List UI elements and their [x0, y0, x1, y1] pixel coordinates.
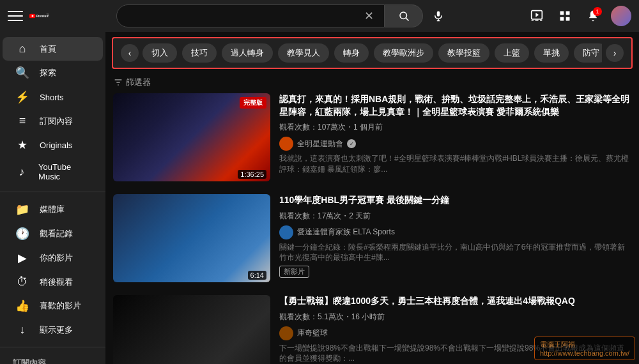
filter-chip[interactable]: 教學歐洲步: [374, 43, 433, 63]
video-item[interactable]: 完整版 1:36:25 認真打，來真的！採用NBA規則，戰術、拚勁、垃圾話完整奉…: [113, 93, 631, 181]
filter-chips: 切入技巧過人轉身教學見人轉身教學歐洲步教學投籃上籃單挑防守規則運球Crossov…: [142, 43, 602, 63]
sidebar-item-subscriptions[interactable]: ≡ 訂閱內容: [3, 109, 103, 133]
explore-icon: 🔍: [15, 66, 29, 80]
sidebar-item-history[interactable]: 🕐 觀看記錄: [3, 222, 103, 246]
header-right: 1: [527, 6, 631, 26]
video-description: 關鍵一分鐘全紀錄：陵長#張榮程兩度關鍵追平比分，南山高中仍與給了6年的冠軍推背而…: [279, 242, 631, 264]
notifications-button[interactable]: 1: [583, 6, 603, 26]
sidebar-divider-2: [0, 347, 105, 347]
sidebar-item-home-label: 首頁: [40, 43, 56, 55]
originals-icon: ★: [15, 138, 29, 152]
mic-button[interactable]: [428, 6, 449, 26]
filter-icon: [113, 77, 123, 87]
upload-button[interactable]: [527, 6, 547, 26]
sidebar-item-explore[interactable]: 🔍 探索: [3, 61, 103, 85]
video-info: 110學年度HBL男子冠軍賽 最後關鍵一分鐘 觀看次數：17萬次・2 天前 愛達…: [279, 194, 631, 282]
thumb-overlay: 完整版 1:36:25: [113, 93, 270, 181]
watermark-line2: http://www.techbang.com.tw/: [540, 349, 629, 357]
channel-row: 愛達達體育家族 ELTA Sports: [279, 225, 631, 239]
search-input[interactable]: 籃球: [127, 11, 364, 22]
avatar[interactable]: [611, 6, 631, 26]
video-meta: 觀看次數：17萬次・2 天前: [279, 211, 631, 222]
svg-rect-6: [437, 11, 440, 17]
channel-avatar: [279, 225, 293, 239]
thumb-overlay: 8:10: [113, 295, 270, 364]
filter-chip[interactable]: 防守: [574, 43, 602, 63]
channel-name: 全明星運動會: [297, 139, 343, 149]
svg-rect-12: [566, 11, 570, 15]
subscriptions-icon: ≡: [15, 114, 29, 128]
svg-line-5: [406, 18, 408, 20]
filter-chip[interactable]: 單挑: [534, 43, 569, 63]
notification-badge: 1: [593, 7, 602, 16]
sidebar-item-watch-later[interactable]: ⏱ 稍後觀看: [3, 270, 103, 294]
apps-button[interactable]: [555, 6, 575, 26]
subscriptions-section-title: 訂閱內容: [0, 353, 105, 364]
sidebar-item-shorts-label: Shorts: [40, 93, 64, 102]
sidebar-item-liked-label: 喜歡的影片: [40, 300, 81, 312]
video-list: 完整版 1:36:25 認真打，來真的！採用NBA規則，戰術、拚勁、垃圾話完整奉…: [105, 93, 639, 364]
video-meta: 觀看次數：107萬次・1 個月前: [279, 122, 631, 133]
video-item[interactable]: 6:14 110學年度HBL男子冠軍賽 最後關鍵一分鐘 觀看次數：17萬次・2 …: [113, 194, 631, 282]
filter-row: 篩選器: [105, 74, 639, 93]
filter-label-text: 篩選器: [126, 77, 151, 88]
video-description: 我就說，這表演賽也太刺激了吧！#全明星籃球表演賽#棒棒堂內戰#HBL球員決賽主播…: [279, 153, 631, 175]
watermark-line1: 電腦王阿福: [540, 340, 629, 349]
sidebar-item-originals-label: Originals: [40, 140, 72, 150]
hamburger-menu[interactable]: [8, 8, 23, 24]
filter-toggle[interactable]: 篩選器: [113, 77, 151, 88]
sidebar-item-library[interactable]: 📁 媒體庫: [3, 197, 103, 222]
watch-later-icon: ⏱: [15, 275, 29, 289]
sidebar-item-show-more[interactable]: ↓ 顯示更多: [3, 318, 103, 342]
watermark: 電腦王阿福 http://www.techbang.com.tw/: [534, 337, 635, 360]
logo[interactable]: Premium TW: [29, 10, 49, 22]
clear-search-icon[interactable]: ✕: [364, 9, 374, 23]
sidebar-item-liked[interactable]: 👍 喜歡的影片: [3, 294, 103, 318]
video-thumbnail: 6:14: [113, 194, 270, 282]
sidebar-item-music[interactable]: ♪ YouTube Music: [3, 157, 103, 186]
filter-prev-button[interactable]: ‹: [121, 44, 139, 62]
sidebar-item-music-label: YouTube Music: [38, 162, 90, 181]
video-badge: 完整版: [240, 97, 266, 109]
show-more-icon: ↓: [15, 323, 29, 337]
channel-avatar: [279, 137, 293, 151]
sidebar-item-home[interactable]: ⌂ 首頁: [3, 37, 103, 61]
svg-rect-13: [560, 17, 564, 21]
sidebar-item-subscriptions-label: 訂閱內容: [40, 116, 73, 127]
new-tag: 新影片: [279, 266, 309, 278]
sidebar-divider-1: [0, 192, 105, 192]
filter-chip[interactable]: 技巧: [182, 43, 217, 63]
library-icon: 📁: [15, 202, 29, 216]
watermark-box: 電腦王阿福 http://www.techbang.com.tw/: [534, 337, 635, 360]
filter-chip[interactable]: 切入: [142, 43, 177, 63]
video-duration: 1:36:25: [238, 170, 266, 179]
channel-row: 全明星運動會 ✓: [279, 137, 631, 151]
video-title: 【勇士戰報】睽違1000多天，勇士三本柱再度合體，逼我連出4場戰報QAQ: [279, 295, 631, 308]
main-layout: ⌂ 首頁 🔍 探索 ⚡ Shorts ≡ 訂閱內容 ★ Originals ♪ …: [0, 32, 639, 364]
sidebar-item-your-videos[interactable]: ▶ 你的影片: [3, 246, 103, 270]
svg-point-4: [400, 12, 407, 19]
search-button[interactable]: [385, 4, 423, 27]
filter-chip[interactable]: 轉身: [334, 43, 369, 63]
filter-chip[interactable]: 教學投籃: [438, 43, 489, 63]
svg-rect-11: [560, 11, 564, 15]
sidebar-item-explore-label: 探索: [40, 67, 56, 79]
sidebar-item-history-label: 觀看記錄: [40, 228, 73, 239]
sidebar-item-library-label: 媒體庫: [40, 204, 65, 215]
video-info: 認真打，來真的！採用NBA規則，戰術、拚勁、垃圾話完整奉上，禾浩辰、王家梁等全明…: [279, 93, 631, 181]
filter-chip[interactable]: 教學見人: [278, 43, 329, 63]
home-icon: ⌂: [15, 42, 29, 56]
music-icon: ♪: [15, 165, 28, 179]
video-title: 認真打，來真的！採用NBA規則，戰術、拚勁、垃圾話完整奉上，禾浩辰、王家梁等全明…: [279, 93, 631, 118]
filter-chip[interactable]: 上籃: [495, 43, 529, 63]
filter-next-button[interactable]: ›: [606, 44, 624, 62]
sidebar-item-shorts[interactable]: ⚡ Shorts: [3, 85, 103, 109]
your-videos-icon: ▶: [15, 251, 29, 265]
header-left: Premium TW: [8, 8, 110, 24]
video-thumbnail: 8:10: [113, 295, 270, 364]
filter-chip[interactable]: 過人轉身: [222, 43, 273, 63]
verified-badge: ✓: [347, 139, 356, 148]
shorts-icon: ⚡: [15, 90, 29, 104]
thumb-overlay: 6:14: [113, 194, 270, 282]
sidebar-item-originals[interactable]: ★ Originals: [3, 133, 103, 157]
